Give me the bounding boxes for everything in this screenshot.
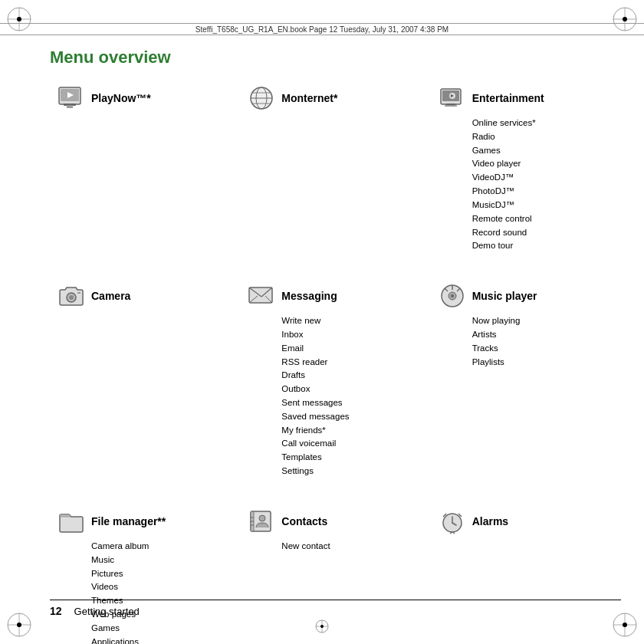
- musicplayer-item-2: Tracks: [472, 342, 610, 356]
- filemanager-item-3: Videos: [91, 580, 228, 594]
- messaging-item-3: RSS reader: [281, 356, 419, 370]
- monternet-icon: [248, 84, 275, 112]
- header-bar-text: Steffi_T658c_UG_R1A_EN.book Page 12 Tues…: [196, 25, 449, 34]
- svg-point-15: [623, 623, 627, 627]
- musicplayer-title: Music player: [472, 290, 537, 302]
- menu-cell-header-playnow: PlayNow™*: [58, 84, 228, 112]
- entertainment-item-2: Games: [472, 144, 610, 158]
- filemanager-icon: [58, 508, 85, 535]
- camera-icon: [58, 282, 85, 310]
- page-title: Menu overview: [50, 48, 171, 67]
- menu-cell-header-musicplayer: Music player: [439, 282, 610, 310]
- svg-rect-34: [77, 292, 80, 294]
- camera-title: Camera: [91, 290, 130, 302]
- messaging-item-9: Call voicemail: [281, 437, 419, 451]
- menu-cell-header-entertainment: Entertainment: [439, 84, 610, 112]
- menu-cell-header-camera: Camera: [58, 282, 228, 310]
- entertainment-items: Online services* Radio Games Video playe…: [472, 117, 610, 253]
- entertainment-item-8: Record sound: [472, 226, 610, 240]
- svg-point-11: [17, 623, 21, 627]
- entertainment-item-3: Video player: [472, 157, 610, 171]
- messaging-item-2: Email: [281, 342, 419, 356]
- menu-grid: PlayNow™* Monternet*: [50, 77, 621, 644]
- menu-cell-header-filemanager: File manager**: [58, 508, 228, 535]
- menu-cell-alarms: Alarms: [431, 494, 621, 644]
- entertainment-item-9: Demo tour: [472, 239, 610, 253]
- footer-page-number: 12: [50, 605, 62, 617]
- playnow-title: PlayNow™*: [91, 92, 151, 104]
- filemanager-item-6: Games: [91, 622, 228, 636]
- menu-cell-header-monternet: Monternet*: [248, 84, 419, 112]
- musicplayer-items: Now playing Artists Tracks Playlists: [472, 314, 610, 369]
- filemanager-items: Camera album Music Pictures Videos Theme…: [91, 540, 228, 644]
- menu-cell-monternet: Monternet*: [240, 77, 430, 268]
- svg-point-42: [451, 294, 454, 297]
- svg-point-62: [320, 625, 324, 628]
- messaging-item-6: Sent messages: [281, 396, 419, 410]
- filemanager-item-1: Music: [91, 554, 228, 567]
- musicplayer-item-0: Now playing: [472, 314, 610, 328]
- entertainment-icon: [439, 84, 466, 112]
- svg-point-3: [17, 17, 21, 21]
- svg-point-33: [69, 295, 74, 300]
- menu-cell-musicplayer: Music player Now playing Artists Tracks …: [431, 268, 621, 494]
- alarms-title: Alarms: [472, 515, 508, 527]
- alarms-icon: [439, 508, 466, 535]
- musicplayer-item-1: Artists: [472, 328, 610, 342]
- entertainment-item-4: VideoDJ™: [472, 171, 610, 185]
- contacts-title: Contacts: [281, 515, 327, 527]
- menu-cell-camera: Camera: [50, 268, 240, 494]
- musicplayer-item-3: Playlists: [472, 356, 610, 370]
- messaging-item-5: Outbox: [281, 383, 419, 396]
- footer: 12 Getting started: [50, 600, 621, 617]
- entertainment-item-5: PhotoDJ™: [472, 185, 610, 199]
- messaging-item-7: Saved messages: [281, 410, 419, 424]
- messaging-item-4: Drafts: [281, 369, 419, 383]
- musicplayer-icon: [439, 282, 466, 310]
- menu-cell-header-messaging: Messaging: [248, 282, 419, 310]
- contacts-items: New contact: [281, 540, 419, 554]
- messaging-icon: [248, 282, 275, 310]
- messaging-title: Messaging: [281, 290, 337, 302]
- entertainment-item-6: MusicDJ™: [472, 199, 610, 212]
- messaging-item-0: Write new: [281, 314, 419, 328]
- menu-cell-contacts: Contacts New contact: [240, 494, 430, 644]
- filemanager-item-0: Camera album: [91, 540, 228, 554]
- contacts-icon: [248, 508, 275, 535]
- svg-rect-29: [445, 105, 457, 107]
- messaging-item-10: Templates: [281, 451, 419, 465]
- menu-cell-messaging: Messaging Write new Inbox Email RSS read…: [240, 268, 430, 494]
- svg-rect-20: [67, 105, 73, 108]
- entertainment-item-0: Online services*: [472, 117, 610, 130]
- entertainment-item-1: Radio: [472, 130, 610, 144]
- menu-cell-filemanager: File manager** Camera album Music Pictur…: [50, 494, 240, 644]
- entertainment-item-7: Remote control: [472, 212, 610, 226]
- filemanager-item-7: Applications: [91, 636, 228, 644]
- bottom-center-mark: [310, 619, 334, 636]
- entertainment-title: Entertainment: [472, 92, 544, 104]
- messaging-item-11: Settings: [281, 465, 419, 478]
- messaging-item-1: Inbox: [281, 328, 419, 342]
- svg-point-51: [259, 515, 265, 521]
- contacts-item-0: New contact: [281, 540, 419, 554]
- footer-text: Getting started: [74, 606, 140, 617]
- filemanager-item-2: Pictures: [91, 567, 228, 581]
- playnow-icon: [58, 84, 85, 112]
- header-bar: Steffi_T658c_UG_R1A_EN.book Page 12 Tues…: [0, 23, 644, 35]
- monternet-title: Monternet*: [281, 92, 337, 104]
- menu-cell-playnow: PlayNow™*: [50, 77, 240, 268]
- menu-cell-header-contacts: Contacts: [248, 508, 419, 535]
- messaging-items: Write new Inbox Email RSS reader Drafts …: [281, 314, 419, 478]
- menu-cell-header-alarms: Alarms: [439, 508, 610, 535]
- svg-point-7: [623, 17, 627, 21]
- corner-mark-bl: [4, 610, 34, 640]
- filemanager-title: File manager**: [91, 515, 166, 527]
- messaging-item-8: My friends*: [281, 424, 419, 438]
- svg-rect-28: [446, 104, 455, 105]
- menu-cell-entertainment: Entertainment Online services* Radio Gam…: [431, 77, 621, 268]
